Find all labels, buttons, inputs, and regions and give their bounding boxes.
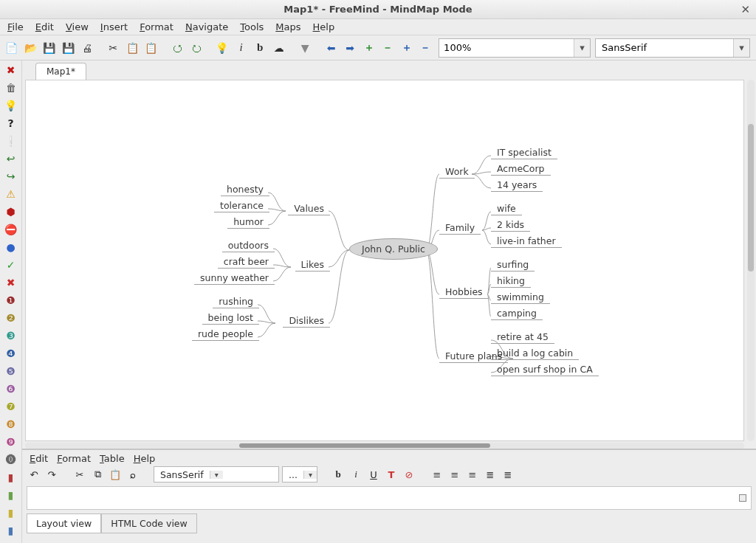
editor-cut-icon[interactable]: ✂ — [72, 467, 87, 482]
editor-paste-icon[interactable]: 📋 — [108, 467, 123, 482]
list-number-icon[interactable]: ≣ — [501, 467, 515, 482]
editor-italic-button[interactable]: i — [348, 467, 363, 482]
canvas-vscrollbar[interactable] — [747, 80, 755, 441]
mindmap-node[interactable]: retire at 45 — [491, 330, 554, 344]
open-file-icon[interactable]: 📂 — [22, 39, 40, 57]
font-input[interactable] — [596, 42, 733, 53]
mindmap-node[interactable]: rushing — [213, 294, 259, 308]
trash-icon[interactable]: 🗑 — [4, 81, 18, 94]
editor-bold-button[interactable]: b — [331, 467, 346, 482]
mindmap-node[interactable]: hiking — [491, 274, 531, 288]
chevron-down-icon[interactable]: ▾ — [303, 471, 317, 479]
mindmap-branch[interactable]: Family — [439, 221, 481, 235]
mindmap-node[interactable]: AcmeCorp — [491, 162, 551, 176]
mindmap-node[interactable]: sunny weather — [194, 271, 275, 285]
cancel-icon[interactable]: ✖ — [4, 276, 18, 289]
menu-format[interactable]: Format — [135, 20, 178, 34]
mindmap-node[interactable]: IT specialist — [491, 145, 557, 159]
editor-redo-icon[interactable]: ↷ — [44, 467, 59, 482]
mindmap-branch[interactable]: Hobbies — [439, 285, 489, 299]
cut-icon[interactable]: ✂ — [105, 39, 123, 57]
priority-0-icon[interactable]: ⓿ — [4, 453, 18, 466]
priority-5-icon[interactable]: ❺ — [4, 364, 18, 378]
menu-file[interactable]: File — [3, 20, 28, 34]
menu-help[interactable]: Help — [309, 20, 340, 34]
mindmap-node[interactable]: outdoors — [222, 238, 275, 252]
nav-right-icon[interactable]: ➡ — [341, 39, 359, 57]
editor-copy-icon[interactable]: ⧉ — [90, 467, 105, 482]
chevron-down-icon[interactable]: ▾ — [574, 39, 590, 57]
zoom-in2-icon[interactable]: ＋ — [398, 39, 416, 57]
editor-size-combo[interactable]: ... ▾ — [282, 466, 317, 483]
mindmap-node[interactable]: open surf shop in CA — [491, 362, 599, 376]
nav-left-icon[interactable]: ⬅ — [323, 39, 340, 57]
paste-icon[interactable]: 📋 — [142, 39, 160, 57]
mindmap-node[interactable]: honesty — [221, 182, 269, 196]
priority-6-icon[interactable]: ❻ — [4, 382, 18, 395]
bold-button[interactable]: b — [251, 39, 269, 57]
menu-insert[interactable]: Insert — [96, 20, 132, 34]
mindmap-root[interactable]: John Q. Public — [349, 238, 438, 260]
window-close-button[interactable]: ✕ — [740, 3, 750, 16]
ok-icon[interactable]: ✓ — [4, 258, 18, 272]
editor-clear-format-icon[interactable]: ⊘ — [402, 467, 416, 482]
align-right-icon[interactable]: ≡ — [465, 467, 480, 482]
new-file-icon[interactable]: 📄 — [3, 39, 21, 57]
info-icon[interactable]: ● — [4, 241, 18, 254]
chevron-down-icon[interactable]: ▾ — [210, 471, 223, 479]
mindmap-branch[interactable]: Work — [439, 165, 475, 179]
editor-underline-button[interactable]: U — [366, 467, 381, 482]
flag-red-icon[interactable]: ▮ — [4, 471, 18, 484]
editor-input[interactable] — [32, 493, 739, 504]
italic-button[interactable]: i — [233, 39, 250, 57]
stop-icon[interactable]: ⬢ — [4, 205, 18, 218]
mindmap-node[interactable]: tolerance — [214, 198, 269, 212]
align-center-icon[interactable]: ≡ — [447, 467, 462, 482]
priority-1-icon[interactable]: ❶ — [4, 294, 18, 307]
save-icon[interactable]: 💾 — [41, 39, 58, 57]
mindmap-branch[interactable]: Dislikes — [283, 314, 330, 328]
no-entry-icon[interactable]: ⛔ — [4, 223, 18, 236]
help-icon[interactable]: ? — [4, 117, 18, 130]
menu-edit[interactable]: Edit — [31, 20, 58, 34]
priority-4-icon[interactable]: ❹ — [4, 347, 18, 360]
idea-icon[interactable]: 💡 — [213, 39, 231, 57]
document-tab[interactable]: Map1* — [35, 63, 86, 80]
print-icon[interactable]: 🖨 — [78, 39, 96, 57]
priority-7-icon[interactable]: ❼ — [4, 400, 18, 413]
menu-tools[interactable]: Tools — [236, 20, 268, 34]
mindmap-branch[interactable]: Likes — [295, 257, 330, 272]
editor-menu-edit[interactable]: Edit — [30, 453, 48, 464]
mindmap-node[interactable]: 2 kids — [491, 218, 530, 232]
mindmap-node[interactable]: being lost — [202, 311, 259, 325]
cloud-icon[interactable]: ☁ — [270, 39, 288, 57]
editor-menu-format[interactable]: Format — [57, 453, 91, 464]
menu-view[interactable]: View — [61, 20, 93, 34]
warning-icon[interactable]: ⚠ — [4, 187, 18, 201]
mindmap-node[interactable]: humor — [227, 215, 269, 229]
editor-menu-table[interactable]: Table — [100, 453, 125, 464]
mindmap-canvas[interactable]: John Q. PublicIT specialistAcmeCorp14 ye… — [25, 80, 744, 441]
zoom-in-icon[interactable]: ＋ — [360, 39, 378, 57]
editor-font-combo[interactable]: SansSerif ▾ — [154, 466, 279, 483]
align-left-icon[interactable]: ≡ — [430, 467, 444, 482]
priority-9-icon[interactable]: ❾ — [4, 435, 18, 449]
mindmap-branch[interactable]: Future plans — [439, 349, 508, 363]
zoom-input[interactable] — [439, 42, 574, 53]
priority-8-icon[interactable]: ❽ — [4, 418, 18, 431]
mindmap-branch[interactable]: Values — [288, 201, 330, 215]
editor-undo-icon[interactable]: ↶ — [27, 467, 41, 482]
redo-icon[interactable]: ⭮ — [188, 39, 205, 57]
canvas-hscrollbar[interactable] — [25, 443, 744, 449]
editor-resize-handle[interactable] — [739, 494, 746, 502]
mindmap-node[interactable]: 14 years — [491, 178, 543, 192]
mindmap-node[interactable]: live-in father — [491, 234, 562, 248]
editor-find-icon[interactable]: ⌕ — [126, 467, 140, 482]
priority-3-icon[interactable]: ❸ — [4, 329, 18, 342]
mindmap-node[interactable]: swimming — [491, 290, 550, 304]
font-combo[interactable]: ▾ — [595, 38, 750, 58]
mindmap-node[interactable]: camping — [491, 306, 543, 320]
editor-menu-help[interactable]: Help — [134, 453, 156, 464]
list-bullet-icon[interactable]: ≣ — [483, 467, 498, 482]
copy-icon[interactable]: 📋 — [123, 39, 141, 57]
